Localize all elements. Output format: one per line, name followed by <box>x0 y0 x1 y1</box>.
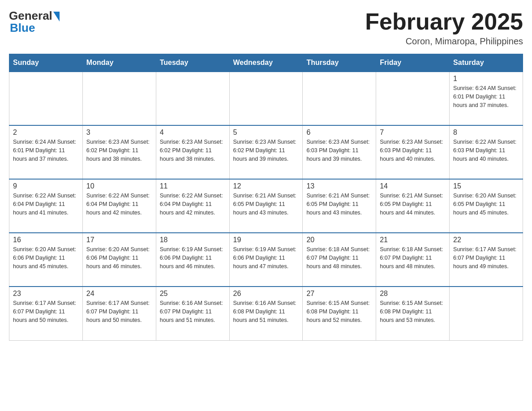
day-info: Sunrise: 6:22 AM Sunset: 6:04 PM Dayligh… <box>86 192 152 217</box>
calendar-day-cell: 28Sunrise: 6:15 AM Sunset: 6:08 PM Dayli… <box>376 287 450 340</box>
logo-triangle-icon <box>53 12 60 21</box>
day-info: Sunrise: 6:22 AM Sunset: 6:04 PM Dayligh… <box>13 192 79 217</box>
calendar-day-cell: 2Sunrise: 6:24 AM Sunset: 6:01 PM Daylig… <box>9 125 83 179</box>
day-info: Sunrise: 6:16 AM Sunset: 6:07 PM Dayligh… <box>160 299 226 324</box>
day-info: Sunrise: 6:23 AM Sunset: 6:02 PM Dayligh… <box>86 138 152 163</box>
calendar-week-row: 2Sunrise: 6:24 AM Sunset: 6:01 PM Daylig… <box>9 125 523 179</box>
day-number: 24 <box>86 290 152 298</box>
day-info: Sunrise: 6:15 AM Sunset: 6:08 PM Dayligh… <box>306 299 372 324</box>
day-info: Sunrise: 6:17 AM Sunset: 6:07 PM Dayligh… <box>86 299 152 324</box>
day-info: Sunrise: 6:21 AM Sunset: 6:05 PM Dayligh… <box>233 192 299 217</box>
day-of-week-header: Tuesday <box>156 54 229 72</box>
day-number: 23 <box>13 290 79 298</box>
calendar-day-cell <box>376 72 450 125</box>
day-info: Sunrise: 6:23 AM Sunset: 6:02 PM Dayligh… <box>233 138 299 163</box>
day-info: Sunrise: 6:18 AM Sunset: 6:07 PM Dayligh… <box>380 245 446 270</box>
calendar-table: SundayMondayTuesdayWednesdayThursdayFrid… <box>9 54 523 341</box>
day-number: 28 <box>380 290 446 298</box>
logo-blue-text: Blue <box>10 21 35 35</box>
calendar-day-cell: 3Sunrise: 6:23 AM Sunset: 6:02 PM Daylig… <box>82 125 156 179</box>
day-number: 15 <box>453 182 519 190</box>
day-info: Sunrise: 6:18 AM Sunset: 6:07 PM Dayligh… <box>306 245 372 270</box>
day-info: Sunrise: 6:19 AM Sunset: 6:06 PM Dayligh… <box>160 245 226 270</box>
calendar-day-cell: 7Sunrise: 6:23 AM Sunset: 6:03 PM Daylig… <box>376 125 450 179</box>
day-of-week-header: Thursday <box>303 54 376 72</box>
calendar-day-cell: 27Sunrise: 6:15 AM Sunset: 6:08 PM Dayli… <box>303 287 376 340</box>
day-number: 17 <box>86 236 152 244</box>
day-number: 21 <box>380 236 446 244</box>
calendar-day-cell: 13Sunrise: 6:21 AM Sunset: 6:05 PM Dayli… <box>303 179 376 233</box>
day-info: Sunrise: 6:20 AM Sunset: 6:06 PM Dayligh… <box>86 245 152 270</box>
calendar-day-cell <box>82 72 156 125</box>
calendar-week-row: 23Sunrise: 6:17 AM Sunset: 6:07 PM Dayli… <box>9 287 523 340</box>
calendar-day-cell: 5Sunrise: 6:23 AM Sunset: 6:02 PM Daylig… <box>229 125 303 179</box>
days-of-week-row: SundayMondayTuesdayWednesdayThursdayFrid… <box>9 54 523 72</box>
day-number: 4 <box>160 128 226 137</box>
day-number: 26 <box>233 290 299 298</box>
calendar-day-cell: 20Sunrise: 6:18 AM Sunset: 6:07 PM Dayli… <box>303 233 376 287</box>
calendar-day-cell <box>156 72 229 125</box>
day-info: Sunrise: 6:20 AM Sunset: 6:05 PM Dayligh… <box>453 192 519 217</box>
day-number: 27 <box>306 290 372 298</box>
day-number: 3 <box>86 128 152 137</box>
day-info: Sunrise: 6:23 AM Sunset: 6:02 PM Dayligh… <box>160 138 226 163</box>
day-info: Sunrise: 6:21 AM Sunset: 6:05 PM Dayligh… <box>380 192 446 217</box>
calendar-day-cell: 22Sunrise: 6:17 AM Sunset: 6:07 PM Dayli… <box>450 233 523 287</box>
calendar-day-cell: 16Sunrise: 6:20 AM Sunset: 6:06 PM Dayli… <box>9 233 83 287</box>
day-number: 22 <box>453 236 519 244</box>
day-info: Sunrise: 6:16 AM Sunset: 6:08 PM Dayligh… <box>233 299 299 324</box>
calendar-day-cell: 14Sunrise: 6:21 AM Sunset: 6:05 PM Dayli… <box>376 179 450 233</box>
calendar-day-cell: 19Sunrise: 6:19 AM Sunset: 6:06 PM Dayli… <box>229 233 303 287</box>
calendar-day-cell <box>229 72 303 125</box>
location-text: Coron, Mimaropa, Philippines <box>365 36 523 47</box>
day-number: 14 <box>380 182 446 190</box>
day-info: Sunrise: 6:21 AM Sunset: 6:05 PM Dayligh… <box>306 192 372 217</box>
calendar-day-cell <box>9 72 83 125</box>
calendar-day-cell: 21Sunrise: 6:18 AM Sunset: 6:07 PM Dayli… <box>376 233 450 287</box>
calendar-day-cell: 8Sunrise: 6:22 AM Sunset: 6:03 PM Daylig… <box>450 125 523 179</box>
calendar-day-cell: 18Sunrise: 6:19 AM Sunset: 6:06 PM Dayli… <box>156 233 229 287</box>
day-info: Sunrise: 6:20 AM Sunset: 6:06 PM Dayligh… <box>13 245 79 270</box>
calendar-day-cell <box>303 72 376 125</box>
calendar-day-cell: 12Sunrise: 6:21 AM Sunset: 6:05 PM Dayli… <box>229 179 303 233</box>
calendar-day-cell: 25Sunrise: 6:16 AM Sunset: 6:07 PM Dayli… <box>156 287 229 340</box>
logo: General Blue <box>9 9 60 35</box>
calendar-day-cell: 11Sunrise: 6:22 AM Sunset: 6:04 PM Dayli… <box>156 179 229 233</box>
page-header: General Blue February 2025 Coron, Mimaro… <box>9 9 523 47</box>
calendar-day-cell <box>450 287 523 340</box>
month-title: February 2025 <box>365 9 523 34</box>
day-info: Sunrise: 6:23 AM Sunset: 6:03 PM Dayligh… <box>306 138 372 163</box>
day-info: Sunrise: 6:23 AM Sunset: 6:03 PM Dayligh… <box>380 138 446 163</box>
day-number: 20 <box>306 236 372 244</box>
day-of-week-header: Saturday <box>450 54 523 72</box>
day-number: 1 <box>453 75 519 83</box>
calendar-day-cell: 24Sunrise: 6:17 AM Sunset: 6:07 PM Dayli… <box>82 287 156 340</box>
day-info: Sunrise: 6:22 AM Sunset: 6:04 PM Dayligh… <box>160 192 226 217</box>
calendar-day-cell: 26Sunrise: 6:16 AM Sunset: 6:08 PM Dayli… <box>229 287 303 340</box>
calendar-day-cell: 15Sunrise: 6:20 AM Sunset: 6:05 PM Dayli… <box>450 179 523 233</box>
calendar-week-row: 1Sunrise: 6:24 AM Sunset: 6:01 PM Daylig… <box>9 72 523 125</box>
day-number: 8 <box>453 128 519 137</box>
calendar-day-cell: 4Sunrise: 6:23 AM Sunset: 6:02 PM Daylig… <box>156 125 229 179</box>
title-block: February 2025 Coron, Mimaropa, Philippin… <box>365 9 523 47</box>
day-info: Sunrise: 6:24 AM Sunset: 6:01 PM Dayligh… <box>13 138 79 163</box>
calendar-day-cell: 1Sunrise: 6:24 AM Sunset: 6:01 PM Daylig… <box>450 72 523 125</box>
calendar-day-cell: 10Sunrise: 6:22 AM Sunset: 6:04 PM Dayli… <box>82 179 156 233</box>
calendar-day-cell: 6Sunrise: 6:23 AM Sunset: 6:03 PM Daylig… <box>303 125 376 179</box>
day-number: 9 <box>13 182 79 190</box>
day-info: Sunrise: 6:15 AM Sunset: 6:08 PM Dayligh… <box>380 299 446 324</box>
calendar-header: SundayMondayTuesdayWednesdayThursdayFrid… <box>9 54 523 72</box>
day-number: 18 <box>160 236 226 244</box>
calendar-day-cell: 17Sunrise: 6:20 AM Sunset: 6:06 PM Dayli… <box>82 233 156 287</box>
day-of-week-header: Wednesday <box>229 54 303 72</box>
day-number: 2 <box>13 128 79 137</box>
day-number: 11 <box>160 182 226 190</box>
day-of-week-header: Sunday <box>9 54 83 72</box>
calendar-day-cell: 9Sunrise: 6:22 AM Sunset: 6:04 PM Daylig… <box>9 179 83 233</box>
day-info: Sunrise: 6:22 AM Sunset: 6:03 PM Dayligh… <box>453 138 519 163</box>
day-info: Sunrise: 6:19 AM Sunset: 6:06 PM Dayligh… <box>233 245 299 270</box>
calendar-day-cell: 23Sunrise: 6:17 AM Sunset: 6:07 PM Dayli… <box>9 287 83 340</box>
day-number: 12 <box>233 182 299 190</box>
day-number: 16 <box>13 236 79 244</box>
day-info: Sunrise: 6:17 AM Sunset: 6:07 PM Dayligh… <box>13 299 79 324</box>
